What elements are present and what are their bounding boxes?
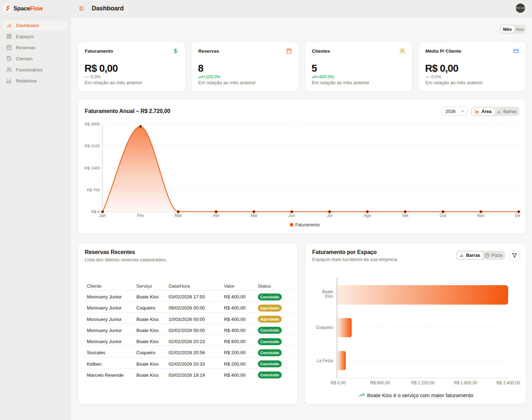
svg-text:R$ 1.800,00: R$ 1.800,00 [454,380,477,385]
svg-text:Ago: Ago [364,213,371,218]
svg-text:R$ 0: R$ 0 [91,210,100,214]
svg-text:Jan: Jan [99,213,106,218]
svg-text:Jul: Jul [327,213,332,218]
svg-text:R$ 700: R$ 700 [87,188,100,192]
svg-text:R$ 600,00: R$ 600,00 [370,380,390,385]
svg-text:R$ 1400: R$ 1400 [85,166,100,170]
svg-text:Boate: Boate [322,289,333,294]
svg-text:Set: Set [402,213,409,218]
svg-text:R$ 2.400,00: R$ 2.400,00 [496,380,520,385]
svg-text:Nov: Nov [477,213,485,218]
svg-text:Mai: Mai [251,213,257,218]
svg-text:Out: Out [440,213,447,218]
svg-text:Mar: Mar [175,213,182,218]
svg-text:La Festa: La Festa [317,358,333,363]
svg-text:Faturamento: Faturamento [295,222,320,227]
svg-text:Coqueiro: Coqueiro [316,325,333,330]
svg-text:R$ 0,00: R$ 0,00 [331,380,346,385]
svg-text:R$ 2800: R$ 2800 [85,122,100,126]
svg-text:R$ 2100: R$ 2100 [85,144,100,148]
svg-text:Fev: Fev [137,213,144,218]
svg-text:Kiss: Kiss [325,294,333,299]
svg-text:Jun: Jun [288,213,295,218]
svg-text:R$ 1.200,00: R$ 1.200,00 [411,380,435,385]
svg-text:Abr: Abr [213,213,219,218]
